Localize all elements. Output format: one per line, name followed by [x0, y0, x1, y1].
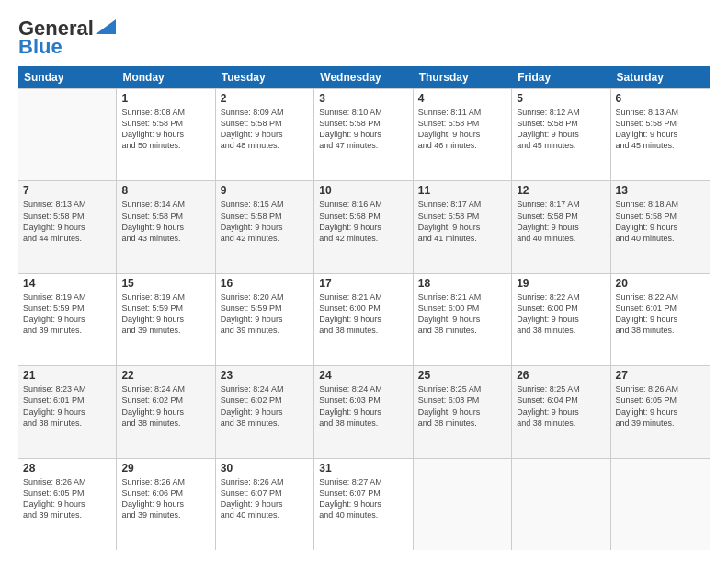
cell-info-line: Sunrise: 8:19 AM: [121, 292, 210, 303]
day-number: 15: [121, 277, 210, 290]
cell-info-line: Daylight: 9 hours: [517, 222, 605, 233]
logo: General Blue: [18, 17, 116, 59]
cell-info-line: Sunrise: 8:26 AM: [121, 477, 210, 488]
cell-info-line: Sunrise: 8:19 AM: [23, 292, 111, 303]
day-number: 7: [23, 184, 111, 197]
cell-info-line: Daylight: 9 hours: [319, 129, 407, 140]
cell-info-line: and 43 minutes.: [121, 233, 210, 244]
cell-info-line: Daylight: 9 hours: [23, 407, 111, 418]
cell-info-line: Sunrise: 8:15 AM: [221, 199, 309, 210]
calendar-cell: 10Sunrise: 8:16 AMSunset: 5:58 PMDayligh…: [314, 181, 413, 272]
cell-info-line: Daylight: 9 hours: [221, 314, 309, 325]
day-number: 16: [221, 277, 309, 290]
day-number: 4: [418, 92, 506, 105]
logo-blue: Blue: [18, 35, 63, 59]
day-number: 29: [121, 462, 210, 475]
cell-info-line: Sunrise: 8:20 AM: [221, 292, 309, 303]
cell-info-line: Daylight: 9 hours: [616, 314, 705, 325]
cell-info-line: Sunset: 5:58 PM: [121, 211, 210, 222]
calendar-cell: 24Sunrise: 8:24 AMSunset: 6:03 PMDayligh…: [314, 366, 413, 457]
cell-info-line: and 50 minutes.: [121, 140, 210, 151]
cell-info-line: Sunrise: 8:13 AM: [616, 107, 705, 118]
cell-info-line: and 38 minutes.: [221, 418, 309, 429]
calendar-cell: 6Sunrise: 8:13 AMSunset: 5:58 PMDaylight…: [611, 89, 710, 180]
cell-info-line: Daylight: 9 hours: [121, 222, 210, 233]
header-cell-friday: Friday: [512, 66, 610, 88]
cell-info-line: and 47 minutes.: [319, 140, 407, 151]
calendar-cell: 27Sunrise: 8:26 AMSunset: 6:05 PMDayligh…: [611, 366, 710, 457]
cell-info-line: Sunrise: 8:16 AM: [319, 199, 407, 210]
cell-info-line: and 38 minutes.: [121, 418, 210, 429]
cell-info-line: and 39 minutes.: [23, 325, 111, 336]
calendar-row-4: 21Sunrise: 8:23 AMSunset: 6:01 PMDayligh…: [18, 366, 710, 458]
cell-info-line: Daylight: 9 hours: [121, 499, 210, 510]
cell-info-line: Sunset: 6:00 PM: [517, 303, 605, 314]
cell-info-line: Sunset: 5:58 PM: [319, 118, 407, 129]
cell-info-line: Sunset: 6:01 PM: [616, 303, 705, 314]
cell-info-line: and 38 minutes.: [517, 418, 605, 429]
svg-marker-0: [96, 19, 116, 34]
cell-info-line: Sunrise: 8:24 AM: [121, 384, 210, 395]
cell-info-line: and 42 minutes.: [221, 233, 309, 244]
day-number: 24: [319, 369, 407, 382]
cell-info-line: Sunset: 5:58 PM: [121, 118, 210, 129]
calendar-cell: 26Sunrise: 8:25 AMSunset: 6:04 PMDayligh…: [512, 366, 610, 457]
day-number: 23: [221, 369, 309, 382]
cell-info-line: and 44 minutes.: [23, 233, 111, 244]
cell-info-line: Sunrise: 8:26 AM: [23, 477, 111, 488]
cell-info-line: and 39 minutes.: [121, 325, 210, 336]
cell-info-line: and 45 minutes.: [517, 140, 605, 151]
cell-info-line: Sunset: 6:03 PM: [418, 395, 506, 406]
calendar-row-1: 1Sunrise: 8:08 AMSunset: 5:58 PMDaylight…: [18, 88, 710, 181]
day-number: 27: [616, 369, 705, 382]
cell-info-line: Daylight: 9 hours: [418, 222, 506, 233]
day-number: 21: [23, 369, 111, 382]
cell-info-line: Sunset: 6:00 PM: [418, 303, 506, 314]
day-number: 8: [121, 184, 210, 197]
cell-info-line: Sunset: 6:07 PM: [221, 488, 309, 499]
cell-info-line: Sunset: 6:02 PM: [221, 395, 309, 406]
calendar-cell: 19Sunrise: 8:22 AMSunset: 6:00 PMDayligh…: [512, 274, 610, 365]
calendar-cell: 15Sunrise: 8:19 AMSunset: 5:59 PMDayligh…: [117, 274, 215, 365]
cell-info-line: Daylight: 9 hours: [121, 314, 210, 325]
cell-info-line: and 38 minutes.: [418, 325, 506, 336]
calendar-cell: 3Sunrise: 8:10 AMSunset: 5:58 PMDaylight…: [314, 89, 413, 180]
calendar-cell: 16Sunrise: 8:20 AMSunset: 5:59 PMDayligh…: [216, 274, 314, 365]
calendar-header: SundayMondayTuesdayWednesdayThursdayFrid…: [18, 66, 710, 88]
cell-info-line: and 38 minutes.: [319, 325, 407, 336]
cell-info-line: Sunrise: 8:18 AM: [616, 199, 705, 210]
day-number: 1: [121, 92, 210, 105]
calendar-cell: 29Sunrise: 8:26 AMSunset: 6:06 PMDayligh…: [117, 459, 215, 550]
cell-info-line: and 40 minutes.: [221, 510, 309, 521]
cell-info-line: Sunset: 5:59 PM: [221, 303, 309, 314]
calendar-cell: 13Sunrise: 8:18 AMSunset: 5:58 PMDayligh…: [611, 181, 710, 272]
cell-info-line: and 40 minutes.: [319, 510, 407, 521]
calendar-row-3: 14Sunrise: 8:19 AMSunset: 5:59 PMDayligh…: [18, 274, 710, 366]
day-number: 30: [221, 462, 309, 475]
cell-info-line: Sunset: 5:58 PM: [517, 211, 605, 222]
day-number: 2: [221, 92, 309, 105]
cell-info-line: Daylight: 9 hours: [418, 407, 506, 418]
cell-info-line: Daylight: 9 hours: [418, 314, 506, 325]
cell-info-line: Sunrise: 8:21 AM: [418, 292, 506, 303]
calendar-cell: 22Sunrise: 8:24 AMSunset: 6:02 PMDayligh…: [117, 366, 215, 457]
cell-info-line: Sunrise: 8:26 AM: [221, 477, 309, 488]
cell-info-line: Daylight: 9 hours: [221, 499, 309, 510]
cell-info-line: Sunrise: 8:13 AM: [23, 199, 111, 210]
cell-info-line: Daylight: 9 hours: [319, 407, 407, 418]
calendar-cell: 23Sunrise: 8:24 AMSunset: 6:02 PMDayligh…: [216, 366, 314, 457]
cell-info-line: Daylight: 9 hours: [221, 129, 309, 140]
cell-info-line: and 38 minutes.: [616, 325, 705, 336]
cell-info-line: Sunset: 6:04 PM: [517, 395, 605, 406]
day-number: 26: [517, 369, 605, 382]
day-number: 3: [319, 92, 407, 105]
header-cell-saturday: Saturday: [611, 66, 710, 88]
cell-info-line: Sunrise: 8:27 AM: [319, 477, 407, 488]
header-cell-monday: Monday: [117, 66, 215, 88]
day-number: 10: [319, 184, 407, 197]
cell-info-line: Sunset: 5:59 PM: [121, 303, 210, 314]
cell-info-line: Sunset: 6:00 PM: [319, 303, 407, 314]
cell-info-line: Daylight: 9 hours: [23, 499, 111, 510]
day-number: 20: [616, 277, 705, 290]
cell-info-line: Daylight: 9 hours: [121, 129, 210, 140]
